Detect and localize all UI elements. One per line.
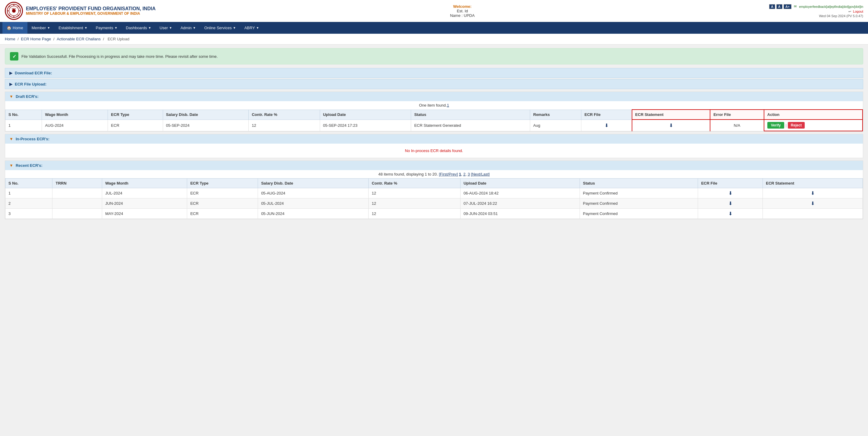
success-message: File Validation Successfull. File Proces… xyxy=(22,54,218,59)
recent-col-ecr-statement: ECR Statement xyxy=(763,178,863,188)
col-remarks: Remarks xyxy=(530,110,581,120)
pagination-page-1[interactable]: 1 xyxy=(459,172,461,176)
nav-home[interactable]: 🏠 Home xyxy=(2,22,27,34)
action-separator: | xyxy=(785,123,786,128)
breadcrumb-sep1: / xyxy=(18,37,20,41)
recent-upload-date-2: 07-JUL-2024 16:22 xyxy=(460,198,580,209)
success-banner: ✓ File Validation Successfull. File Proc… xyxy=(5,48,863,64)
col-ecr-type: ECR Type xyxy=(108,110,163,120)
draft-ecr-header[interactable]: ▼ Draft ECR's: xyxy=(5,92,863,101)
nav-user[interactable]: User▼ xyxy=(156,22,176,34)
recent-row-3: 3MAY-2024ECR05-JUN-20241209-JUN-2024 03:… xyxy=(5,209,863,219)
draft-item-link[interactable]: 1 xyxy=(447,103,449,107)
welcome-label: Welcome: xyxy=(453,4,471,9)
recent-col-contr-rate: Contr. Rate % xyxy=(369,178,460,188)
recent-col-trrn: TRRN xyxy=(53,178,102,188)
logout-button[interactable]: Logout xyxy=(853,10,863,13)
upload-ecr-section-header[interactable]: ▶ ECR File Upload: xyxy=(5,79,863,89)
recent-ecr-file-3[interactable]: ⬇ xyxy=(698,209,763,219)
recent-ecr-type-1: ECR xyxy=(187,188,258,198)
user-name: Name : UPDA xyxy=(450,13,475,18)
nav-member[interactable]: Member▼ xyxy=(27,22,55,34)
recent-section-title: Recent ECR's: xyxy=(16,163,42,168)
col-action: Action xyxy=(764,110,863,120)
svg-line-8 xyxy=(18,15,19,16)
svg-line-10 xyxy=(18,6,19,7)
col-ecr-statement: ECR Statement xyxy=(632,110,710,120)
svg-line-7 xyxy=(9,6,10,7)
email-link[interactable]: employerfeedback[at]epfindia[dot]gov[dot… xyxy=(799,5,863,8)
draft-ecr-table: S No. Wage Month ECR Type Salary Disb. D… xyxy=(5,109,863,131)
org-name: EMPLOYEES' PROVIDENT FUND ORGANISATION, … xyxy=(26,6,156,11)
inprocess-ecr-header[interactable]: ▼ In-Process ECR's: xyxy=(5,134,863,144)
recent-ecr-section: ▼ Recent ECR's: 48 items found, displayi… xyxy=(5,161,863,219)
recent-col-upload-date: Upload Date xyxy=(460,178,580,188)
pagination-page-3[interactable]: 3 xyxy=(468,172,470,176)
recent-contr-rate-1: 12 xyxy=(369,188,460,198)
draft-remarks-1: Aug xyxy=(530,120,581,131)
verify-button[interactable]: Verify xyxy=(767,122,784,129)
recent-salary-date-3: 05-JUN-2024 xyxy=(258,209,369,219)
draft-wage-month-1: AUG-2024 xyxy=(42,120,108,131)
pagination-text: 48 items found, displaying 1 to 20. xyxy=(378,172,438,176)
breadcrumb-actionable[interactable]: Actionable ECR Challans xyxy=(57,37,101,41)
nav-dashboards[interactable]: Dashboards▼ xyxy=(122,22,156,34)
font-controls: A A A+ xyxy=(769,4,792,9)
recent-section-arrow: ▼ xyxy=(9,163,13,168)
breadcrumb-ecr-home[interactable]: ECR Home Page xyxy=(21,37,51,41)
recent-trrn-1 xyxy=(53,188,102,198)
draft-ecr-type-1: ECR xyxy=(108,120,163,131)
recent-ecr-file-1[interactable]: ⬇ xyxy=(698,188,763,198)
nav-payments[interactable]: Payments▼ xyxy=(92,22,122,34)
recent-ecr-statement-1[interactable]: ⬇ xyxy=(763,188,863,198)
nav-online-services[interactable]: Online Services▼ xyxy=(200,22,240,34)
recent-upload-date-1: 06-AUG-2024 18:42 xyxy=(460,188,580,198)
pagination-info: 48 items found, displaying 1 to 20. [Fir… xyxy=(5,170,863,178)
draft-item-count: One item found.1 xyxy=(5,101,863,109)
recent-sno-3: 3 xyxy=(5,209,53,219)
col-upload-date: Upload Date xyxy=(320,110,411,120)
top-header: EPFO EMPLOYEES' PROVIDENT FUND ORGANISAT… xyxy=(0,0,868,22)
recent-col-sno: S No. xyxy=(5,178,53,188)
recent-status-1: Payment Confirmed xyxy=(580,188,698,198)
download-ecr-statement-icon[interactable]: ⬇ xyxy=(669,123,673,128)
breadcrumb-current: ECR Upload xyxy=(107,37,129,41)
inprocess-section-arrow: ▼ xyxy=(9,137,13,141)
recent-salary-date-1: 05-AUG-2024 xyxy=(258,188,369,198)
font-medium-button[interactable]: A xyxy=(776,4,782,9)
col-status: Status xyxy=(411,110,530,120)
recent-status-2: Payment Confirmed xyxy=(580,198,698,209)
recent-ecr-statement-3 xyxy=(763,209,863,219)
font-small-button[interactable]: A xyxy=(769,4,775,9)
nav-admin[interactable]: Admin▼ xyxy=(176,22,200,34)
recent-wage-month-2: JUN-2024 xyxy=(102,198,187,209)
recent-wage-month-1: JUL-2024 xyxy=(102,188,187,198)
pagination-first-prev[interactable]: [First/Prev] xyxy=(439,172,458,176)
recent-col-ecr-file: ECR File xyxy=(698,178,763,188)
draft-upload-date-1: 05-SEP-2024 17:23 xyxy=(320,120,411,131)
recent-ecr-statement-2[interactable]: ⬇ xyxy=(763,198,863,209)
download-ecr-section-header[interactable]: ▶ Download ECR File: xyxy=(5,68,863,78)
upload-section-arrow: ▶ xyxy=(9,82,12,87)
download-ecr-file-icon[interactable]: ⬇ xyxy=(604,123,609,128)
upload-section-title: ECR File Upload: xyxy=(15,82,46,87)
nav-bar: 🏠 Home Member▼ Establishment▼ Payments▼ … xyxy=(0,22,868,34)
draft-section-arrow: ▼ xyxy=(9,94,13,99)
header-center: Welcome: Est. Id Name : UPDA xyxy=(450,4,475,18)
inprocess-no-data: No In-process ECR details found. xyxy=(5,144,863,158)
recent-ecr-type-3: ECR xyxy=(187,209,258,219)
org-sub: MINISTRY OF LABOUR & EMPLOYMENT, GOVERNM… xyxy=(26,11,156,16)
recent-ecr-header[interactable]: ▼ Recent ECR's: xyxy=(5,161,863,170)
recent-ecr-file-2[interactable]: ⬇ xyxy=(698,198,763,209)
draft-ecr-file-1[interactable]: ⬇ xyxy=(581,120,632,131)
breadcrumb-home[interactable]: Home xyxy=(5,37,16,41)
draft-ecr-statement-1[interactable]: ⬇ xyxy=(632,120,710,131)
pagination-next-last[interactable]: [Next/Last] xyxy=(471,172,490,176)
nav-abry[interactable]: ABRY▼ xyxy=(240,22,264,34)
draft-section-title: Draft ECR's: xyxy=(16,94,38,99)
font-large-button[interactable]: A+ xyxy=(784,4,792,9)
col-ecr-file: ECR File xyxy=(581,110,632,120)
reject-button[interactable]: Reject xyxy=(788,122,805,129)
pagination-page-2[interactable]: 2 xyxy=(463,172,465,176)
nav-establishment[interactable]: Establishment▼ xyxy=(54,22,92,34)
